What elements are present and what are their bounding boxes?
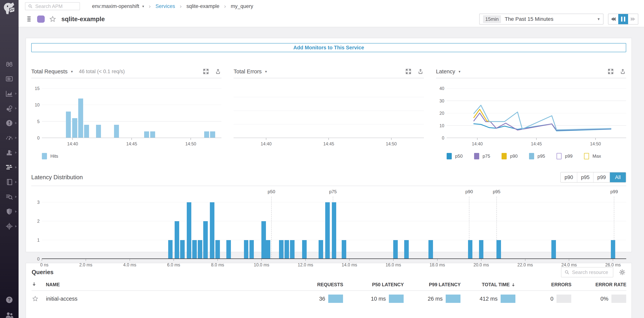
rewind-button[interactable] [608, 14, 618, 24]
p99-latency-value: 26 ms [428, 296, 443, 302]
expand-icon [607, 68, 614, 75]
chart-title[interactable]: Total Requests [31, 68, 68, 75]
breadcrumb-resource[interactable]: my_query [231, 3, 253, 9]
export-button[interactable] [620, 68, 626, 75]
expand-button[interactable] [607, 68, 614, 75]
total-time-bar [500, 295, 516, 303]
error-rate-bar [612, 295, 626, 303]
sidebar-item-apm[interactable] [0, 160, 18, 175]
sidebar-item-integrations[interactable] [0, 145, 18, 160]
p99-latency-bar [446, 295, 460, 303]
column-header-errors[interactable]: ERRORS [516, 281, 572, 291]
forward-button[interactable] [628, 14, 638, 24]
sidebar-item-logs[interactable] [0, 189, 18, 204]
database-icon [25, 15, 33, 23]
sort-descending-icon [511, 282, 516, 287]
query-name[interactable]: initial-access [46, 291, 264, 303]
chevron-right-icon [15, 137, 17, 139]
column-header-total-time[interactable]: TOTAL TIME [461, 281, 516, 291]
legend-item-p90[interactable]: p90 [502, 153, 518, 159]
sort-column-header[interactable] [32, 281, 46, 291]
p95-button[interactable]: p95 [577, 172, 593, 182]
chevron-down-icon[interactable]: ▾ [265, 69, 267, 74]
breadcrumb-service[interactable]: sqlite-example [186, 3, 219, 9]
chevron-down-icon[interactable]: ▾ [71, 69, 73, 74]
help-icon: ? [5, 295, 14, 304]
chart-title[interactable]: Total Errors [234, 68, 262, 75]
alert-circle-icon [5, 119, 14, 128]
dashboards-chart-icon [5, 89, 14, 98]
chevron-right-icon [15, 210, 17, 213]
total-errors-panel: Total Errors ▾ [234, 67, 424, 161]
latency-legend: p50p75p90p95p99Max [436, 152, 626, 161]
latency-distribution-chart: 0123p50p75p90p95p990 ns2.0 ms4.0 ms6.0 m… [31, 197, 626, 270]
search-resource-placeholder: Search resource [572, 269, 608, 275]
sidebar-item-dashboards[interactable] [0, 86, 18, 101]
pause-button[interactable] [618, 14, 628, 24]
chevron-right-icon [15, 107, 17, 110]
expand-button[interactable] [405, 68, 412, 75]
expand-button[interactable] [202, 68, 209, 75]
legend-item-p75[interactable]: p75 [474, 153, 490, 159]
column-header-requests[interactable]: REQUESTS [264, 281, 343, 291]
legend-item-p50[interactable]: p50 [447, 153, 463, 159]
all-button[interactable]: All [610, 172, 626, 182]
svg-text:?: ? [8, 297, 10, 302]
column-header-error-rate[interactable]: ERROR RATE [572, 281, 626, 291]
export-button[interactable] [417, 68, 424, 75]
sidebar-item-help[interactable]: ? [0, 295, 18, 304]
search-apm-placeholder: Search APM [35, 3, 63, 9]
sidebar-item-watchdog[interactable] [0, 57, 18, 71]
favorite-star-button[interactable] [49, 15, 56, 23]
p99-button[interactable]: p99 [593, 172, 610, 182]
sidebar-item-account[interactable] [0, 310, 18, 318]
column-header-p99[interactable]: P99 LATENCY [404, 281, 461, 291]
top-bar: Search APM env:maxim-openshift ▾ › Servi… [18, 0, 644, 27]
legend-label: Max [592, 154, 601, 159]
binoculars-icon [5, 60, 14, 68]
chevron-right-icon [15, 181, 17, 183]
latency-chart: 01020304014:4014:4514:50 [436, 84, 626, 149]
breadcrumb: Search APM env:maxim-openshift ▾ › Servi… [25, 2, 253, 10]
search-icon [28, 3, 33, 9]
sidebar-item-metrics[interactable] [0, 131, 18, 145]
star-icon[interactable] [32, 295, 39, 302]
datadog-logo[interactable] [2, 1, 16, 16]
chevron-right-icon [15, 152, 17, 154]
sidebar-item-notebooks[interactable] [0, 175, 18, 189]
sidebar-nav [0, 57, 18, 234]
expand-icon [202, 68, 209, 75]
breadcrumb-separator: › [224, 3, 226, 10]
queries-panel: Queries Search resource [26, 263, 632, 318]
log-search-icon [5, 192, 14, 201]
sidebar-item-security[interactable] [0, 204, 18, 219]
share-export-icon [417, 68, 424, 75]
sidebar-item-synthetics[interactable] [0, 219, 18, 234]
add-monitors-button[interactable]: Add Monitors to This Service [31, 43, 626, 52]
share-export-icon [620, 68, 626, 75]
column-header-p50[interactable]: P50 LATENCY [343, 281, 404, 291]
time-range-selector[interactable]: 15min The Past 15 Minutes ▾ [479, 14, 604, 24]
breadcrumb-services-link[interactable]: Services [156, 3, 175, 9]
env-selector[interactable]: env:maxim-openshift ▾ [92, 3, 144, 9]
chart-title[interactable]: Latency [436, 68, 455, 75]
legend-item-p99[interactable]: p99 [556, 153, 572, 159]
legend-item-p95[interactable]: p95 [529, 153, 545, 159]
column-header-name[interactable]: NAME [46, 281, 264, 291]
expand-icon [405, 68, 412, 75]
search-apm-input[interactable]: Search APM [25, 2, 80, 10]
sidebar-item-events[interactable] [0, 71, 18, 86]
total-requests-header: Total Requests ▾ 46 total (< 0.1 req/s) [31, 67, 222, 78]
export-button[interactable] [214, 68, 222, 75]
sidebar-item-infrastructure[interactable] [0, 101, 18, 116]
env-label: env:maxim-openshift [92, 3, 139, 9]
p90-button[interactable]: p90 [561, 172, 577, 182]
legend-item-Hits[interactable]: Hits [42, 153, 58, 159]
chevron-right-icon [15, 225, 17, 227]
chevron-down-icon[interactable]: ▾ [458, 69, 460, 74]
legend-label: p90 [510, 154, 518, 159]
sidebar-item-monitors[interactable] [0, 116, 18, 131]
table-row[interactable]: initial-access 36 10 ms 26 ms 412 ms 0 0… [32, 291, 626, 303]
legend-item-Max[interactable]: Max [584, 153, 601, 159]
chevron-down-icon: ▾ [142, 4, 144, 8]
